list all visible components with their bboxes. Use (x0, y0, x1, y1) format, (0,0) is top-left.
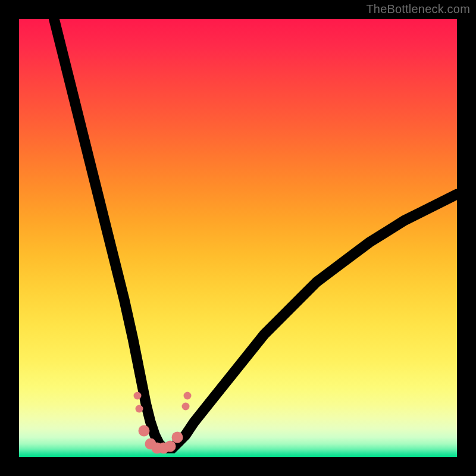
marker-layer (19, 19, 457, 457)
marker-dot (133, 392, 141, 399)
marker-dot (181, 403, 189, 411)
watermark-text: TheBottleneck.com (366, 2, 470, 16)
marker-dot (172, 431, 183, 443)
chart-root: TheBottleneck.com (0, 0, 476, 476)
plot-area (19, 19, 457, 457)
marker-dot (138, 425, 149, 436)
marker-dot (184, 392, 192, 399)
marker-dot (136, 405, 143, 413)
